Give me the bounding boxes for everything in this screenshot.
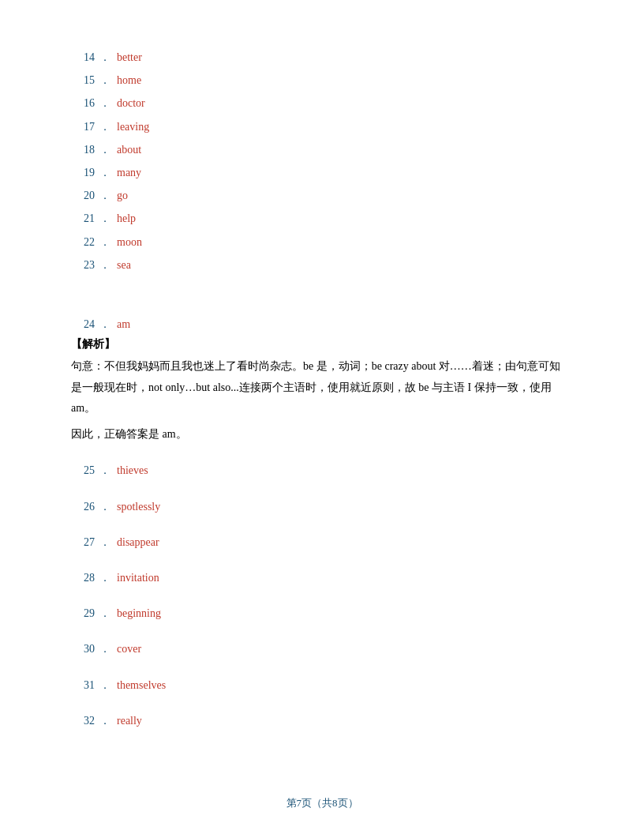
item-number-16: 16 xyxy=(71,93,95,113)
list-item-22: 22 ． moon xyxy=(71,232,573,252)
item-number-15: 15 xyxy=(71,70,95,90)
explanation-text: 句意：不但我妈妈而且我也迷上了看时尚杂志。be 是，动词；be crazy ab… xyxy=(71,356,573,419)
item-dot-31: ． xyxy=(99,675,110,695)
footer-text: 第7页（共8页） xyxy=(286,797,358,809)
item-dot-25: ． xyxy=(99,460,110,480)
explanation-line1: 句意：不但我妈妈而且我也迷上了看时尚杂志。be 是，动词；be crazy ab… xyxy=(71,360,560,372)
item-answer-31: themselves xyxy=(117,675,166,695)
item-answer-28: invitation xyxy=(117,568,159,588)
bottom-list: 25 ． thieves 26 ． spotlessly 27 ． disapp… xyxy=(71,460,573,731)
list-item-18: 18 ． about xyxy=(71,140,573,160)
list-item-19: 19 ． many xyxy=(71,163,573,182)
list-item-23: 23 ． sea xyxy=(71,255,573,275)
list-item-14: 14 ． better xyxy=(71,47,573,67)
item-dot-16: ． xyxy=(99,93,110,113)
item-answer-18: about xyxy=(117,140,141,160)
item-number-25: 25 xyxy=(71,460,95,480)
item-answer-32: really xyxy=(117,711,142,731)
item-number-17: 17 xyxy=(71,117,95,137)
item-number-27: 27 xyxy=(71,532,95,552)
list-item-17: 17 ． leaving xyxy=(71,117,573,137)
spacer-1 xyxy=(71,283,573,314)
item-answer-23: sea xyxy=(117,255,131,275)
item-number-31: 31 xyxy=(71,675,95,695)
item-dot-32: ． xyxy=(99,711,110,731)
page-footer: 第7页（共8页） xyxy=(0,796,644,810)
item-dot-27: ． xyxy=(99,532,110,552)
item-number-32: 32 xyxy=(71,711,95,731)
item-number-30: 30 xyxy=(71,639,95,659)
item-dot-19: ． xyxy=(99,163,110,182)
page-content: 14 ． better 15 ． home 16 ． doctor 17 ． l… xyxy=(0,0,644,794)
item-dot-20: ． xyxy=(99,186,110,205)
item-number-14: 14 xyxy=(71,47,95,67)
list-item-32: 32 ． really xyxy=(71,711,573,731)
list-item-16: 16 ． doctor xyxy=(71,93,573,113)
explanation-line3: am。 xyxy=(71,402,95,414)
item-answer-17: leaving xyxy=(117,117,149,137)
item-dot-26: ． xyxy=(99,497,110,517)
item-answer-20: go xyxy=(117,186,128,205)
item-answer-22: moon xyxy=(117,232,142,252)
item-dot-18: ． xyxy=(99,140,110,160)
item-number-23: 23 xyxy=(71,255,95,275)
list-item-27: 27 ． disappear xyxy=(71,532,573,552)
item-dot-23: ． xyxy=(99,255,110,275)
item-dot-22: ． xyxy=(99,232,110,252)
explanation-header: 【解析】 xyxy=(71,337,573,351)
item-number-19: 19 xyxy=(71,163,95,182)
item-answer-16: doctor xyxy=(117,93,145,113)
item-dot-15: ． xyxy=(99,70,110,90)
list-item-28: 28 ． invitation xyxy=(71,568,573,588)
item-answer-30: cover xyxy=(117,639,141,659)
item-answer-21: help xyxy=(117,208,136,228)
list-item-31: 31 ． themselves xyxy=(71,675,573,695)
item-dot-17: ． xyxy=(99,117,110,137)
list-item-24: 24 ． am xyxy=(71,314,573,334)
item-answer-15: home xyxy=(117,70,141,90)
list-item-25: 25 ． thieves xyxy=(71,460,573,480)
explanation-conclusion: 因此，正确答案是 am。 xyxy=(71,424,573,445)
item-answer-19: many xyxy=(117,163,141,182)
item-dot-30: ． xyxy=(99,639,110,659)
list-item-15: 15 ． home xyxy=(71,70,573,90)
top-list: 14 ． better 15 ． home 16 ． doctor 17 ． l… xyxy=(71,47,573,275)
item-dot-29: ． xyxy=(99,603,110,623)
list-item-30: 30 ． cover xyxy=(71,639,573,659)
item-number-26: 26 xyxy=(71,497,95,517)
item-number-22: 22 xyxy=(71,232,95,252)
item-answer-24: am xyxy=(117,314,130,334)
item-answer-26: spotlessly xyxy=(117,497,160,517)
item-number-24: 24 xyxy=(71,314,95,334)
item-number-18: 18 xyxy=(71,140,95,160)
item-answer-27: disappear xyxy=(117,532,159,552)
explanation-line2: 是一般现在时，not only…but also...连接两个主语时，使用就近原… xyxy=(71,381,552,393)
list-item-21: 21 ． help xyxy=(71,208,573,228)
list-item-20: 20 ． go xyxy=(71,186,573,205)
item-number-28: 28 xyxy=(71,568,95,588)
item-number-20: 20 xyxy=(71,186,95,205)
item-answer-14: better xyxy=(117,47,142,67)
item-number-29: 29 xyxy=(71,603,95,623)
list-item-29: 29 ． beginning xyxy=(71,603,573,623)
item-dot-21: ． xyxy=(99,208,110,228)
item-dot-28: ． xyxy=(99,568,110,588)
item-24-block: 24 ． am 【解析】 句意：不但我妈妈而且我也迷上了看时尚杂志。be 是，动… xyxy=(71,314,573,445)
item-number-21: 21 xyxy=(71,208,95,228)
item-answer-25: thieves xyxy=(117,460,148,480)
item-dot-14: ． xyxy=(99,47,110,67)
item-answer-29: beginning xyxy=(117,603,161,623)
item-dot-24: ． xyxy=(99,314,110,334)
list-item-26: 26 ． spotlessly xyxy=(71,497,573,517)
